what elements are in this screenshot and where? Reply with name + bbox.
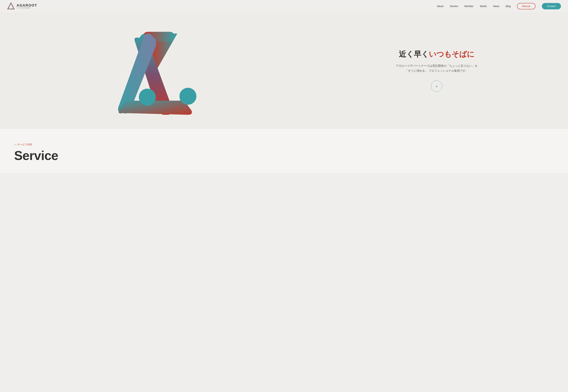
nav-service[interactable]: Service — [450, 5, 458, 8]
service-section: サービス内容 Service — [0, 129, 568, 173]
nav-about[interactable]: About — [437, 5, 443, 8]
nav-works[interactable]: Works — [480, 5, 487, 8]
logo-sub-text: IT PARTNERS — [17, 7, 37, 9]
hero-tagline: 近く早くいつもそばに — [399, 49, 474, 59]
hero-desc-line1: アガルートITパートナーズは受託開発の「ちょっと足りない」を — [396, 64, 477, 67]
svg-point-4 — [179, 88, 196, 105]
hero-triangle-svg — [108, 23, 204, 118]
svg-marker-0 — [8, 3, 14, 9]
main-nav: About Service Member Works News Blog Rec… — [437, 3, 561, 9]
tagline-part1: 近く早く — [399, 50, 429, 58]
hero-description: アガルートITパートナーズは受託開発の「ちょっと足りない」を 「すぐに埋める」 … — [396, 63, 477, 74]
site-header: AGAROOT IT PARTNERS About Service Member… — [0, 0, 568, 12]
contact-button[interactable]: Contact — [542, 3, 561, 9]
recruit-button[interactable]: Recruit — [517, 3, 535, 9]
arrow-down-icon — [435, 84, 438, 88]
service-section-label: サービス内容 — [14, 143, 557, 146]
hero-desc-line2: 「すぐに埋める」 プロフェッショナル集団です。 — [405, 69, 468, 72]
logo[interactable]: AGAROOT IT PARTNERS — [7, 2, 37, 10]
logo-main-text: AGAROOT — [17, 3, 37, 7]
service-section-title: Service — [14, 148, 557, 163]
nav-blog[interactable]: Blog — [506, 5, 511, 8]
svg-marker-1 — [8, 3, 14, 9]
logo-icon — [7, 2, 15, 10]
scroll-down-button[interactable] — [431, 81, 442, 92]
tagline-part2: いつもそばに — [429, 50, 474, 58]
svg-point-3 — [139, 89, 156, 106]
hero-section: 近く早くいつもそばに アガルートITパートナーズは受託開発の「ちょっと足りない」… — [0, 0, 568, 129]
nav-member[interactable]: Member — [465, 5, 473, 8]
hero-content: 近く早くいつもそばに アガルートITパートナーズは受託開発の「ちょっと足りない」… — [312, 42, 568, 99]
nav-news[interactable]: News — [493, 5, 499, 8]
hero-graphic — [0, 12, 312, 129]
